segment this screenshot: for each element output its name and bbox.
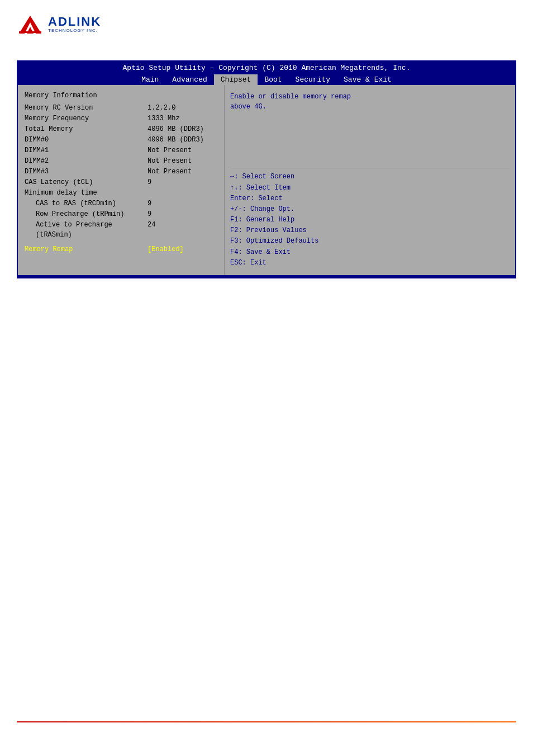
- shortcut-select-item: ↑↓: Select Item: [230, 183, 510, 193]
- row-dimm3: DIMM#3 Not Present: [25, 167, 218, 177]
- bios-title-text: Aptio Setup Utility – Copyright (C) 2010…: [123, 64, 411, 72]
- value-dimm3: Not Present: [147, 167, 192, 177]
- tab-boot[interactable]: Boot: [258, 74, 288, 85]
- label-dimm1: DIMM#1: [25, 145, 147, 155]
- page-wrapper: ADLINK TECHNOLOGY INC. Aptio Setup Utili…: [0, 0, 533, 756]
- adlink-logo-icon: [17, 11, 44, 38]
- tab-security[interactable]: Security: [289, 74, 337, 85]
- value-row-precharge: 9: [147, 209, 151, 219]
- shortcut-esc: ESC: Exit: [230, 258, 510, 268]
- logo-text: ADLINK TECHNOLOGY INC.: [48, 16, 101, 34]
- section-title: Memory Information: [25, 92, 218, 100]
- row-dimm0: DIMM#0 4096 MB (DDR3): [25, 135, 218, 145]
- row-total-memory: Total Memory 4096 MB (DDR3): [25, 124, 218, 134]
- bios-titlebar: Aptio Setup Utility – Copyright (C) 2010…: [18, 62, 515, 74]
- label-active-to-precharge: Active to Precharge (tRASmin): [25, 220, 147, 240]
- shortcut-f1: F1: General Help: [230, 215, 510, 225]
- row-min-delay: Minimum delay time: [25, 188, 218, 198]
- value-active-to-precharge: 24: [147, 220, 155, 240]
- logo-subtitle-text: TECHNOLOGY INC.: [48, 28, 101, 34]
- value-memory-frequency: 1333 Mhz: [147, 114, 180, 124]
- svg-rect-3: [19, 31, 41, 33]
- bios-container: Aptio Setup Utility – Copyright (C) 2010…: [17, 60, 516, 278]
- row-memory-frequency: Memory Frequency 1333 Mhz: [25, 114, 218, 124]
- label-row-precharge: Row Precharge (tRPmin): [25, 209, 147, 219]
- label-memory-remap: Memory Remap: [25, 244, 147, 254]
- row-dimm1: DIMM#1 Not Present: [25, 145, 218, 155]
- value-total-memory: 4096 MB (DDR3): [147, 124, 204, 134]
- logo-area: ADLINK TECHNOLOGY INC.: [17, 11, 101, 38]
- shortcut-change-opt: +/-: Change Opt.: [230, 204, 510, 215]
- tab-chipset[interactable]: Chipset: [214, 74, 258, 85]
- bios-help-text: Enable or disable memory remapabove 4G.: [230, 92, 510, 112]
- label-cas-latency: CAS Latency (tCL): [25, 177, 147, 187]
- bios-left-panel: Memory Information Memory RC Version 1.2…: [18, 85, 225, 275]
- label-dimm3: DIMM#3: [25, 167, 147, 177]
- label-dimm2: DIMM#2: [25, 156, 147, 166]
- value-cas-latency: 9: [147, 177, 151, 187]
- bios-divider: [230, 168, 510, 168]
- bios-right-panel: Enable or disable memory remapabove 4G. …: [225, 85, 515, 275]
- bios-bottom-bar: [18, 275, 515, 277]
- shortcut-f2: F2: Previous Values: [230, 225, 510, 236]
- shortcut-f3: F3: Optimized Defaults: [230, 236, 510, 247]
- label-min-delay: Minimum delay time: [25, 188, 147, 198]
- value-memory-remap: [Enabled]: [147, 244, 184, 254]
- bios-content: Memory Information Memory RC Version 1.2…: [18, 85, 515, 275]
- value-memory-rc-version: 1.2.2.0: [147, 103, 175, 113]
- row-dimm2: DIMM#2 Not Present: [25, 156, 218, 166]
- header: ADLINK TECHNOLOGY INC.: [0, 0, 533, 44]
- bios-shortcut-list: ↔: Select Screen ↑↓: Select Item Enter: …: [230, 172, 510, 268]
- logo-adlink-text: ADLINK: [48, 16, 101, 28]
- shortcut-f4: F4: Save & Exit: [230, 247, 510, 258]
- tab-advanced[interactable]: Advanced: [165, 74, 213, 85]
- footer-line: [17, 721, 516, 722]
- value-dimm1: Not Present: [147, 145, 192, 155]
- label-dimm0: DIMM#0: [25, 135, 147, 145]
- row-memory-remap[interactable]: Memory Remap [Enabled]: [25, 244, 218, 254]
- label-total-memory: Total Memory: [25, 124, 147, 134]
- row-cas-latency: CAS Latency (tCL) 9: [25, 177, 218, 187]
- bios-tabs: Main Advanced Chipset Boot Security Save…: [18, 74, 515, 85]
- value-dimm2: Not Present: [147, 156, 192, 166]
- value-dimm0: 4096 MB (DDR3): [147, 135, 204, 145]
- tab-main[interactable]: Main: [135, 74, 165, 85]
- row-active-to-precharge: Active to Precharge (tRASmin) 24: [25, 220, 218, 240]
- label-memory-frequency: Memory Frequency: [25, 114, 147, 124]
- shortcut-enter: Enter: Select: [230, 193, 510, 204]
- value-cas-to-ras: 9: [147, 199, 151, 209]
- help-text-content: Enable or disable memory remapabove 4G.: [230, 93, 351, 111]
- shortcut-select-screen: ↔: Select Screen: [230, 172, 510, 182]
- label-cas-to-ras: CAS to RAS (tRCDmin): [25, 199, 147, 209]
- label-memory-rc-version: Memory RC Version: [25, 103, 147, 113]
- row-row-precharge: Row Precharge (tRPmin) 9: [25, 209, 218, 219]
- row-cas-to-ras: CAS to RAS (tRCDmin) 9: [25, 199, 218, 209]
- tab-save-exit[interactable]: Save & Exit: [337, 74, 398, 85]
- row-memory-rc-version: Memory RC Version 1.2.2.0: [25, 103, 218, 113]
